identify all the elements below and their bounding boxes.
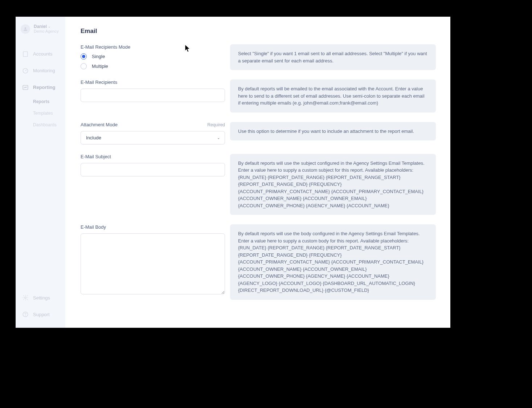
body-label: E-Mail Body (81, 224, 225, 230)
sidebar: Daniel ⌄ Demo Agency Accounts Monitoring (16, 17, 65, 328)
recipients-input[interactable] (81, 89, 225, 102)
required-tag: Required (207, 122, 225, 127)
sidebar-item-label: Reporting (33, 85, 55, 90)
gear-icon (22, 294, 29, 301)
sidebar-item-label: Settings (33, 295, 50, 301)
radio-icon (81, 53, 87, 60)
sidebar-item-monitoring[interactable]: Monitoring (16, 62, 65, 79)
chart-icon (22, 84, 29, 91)
subject-input[interactable] (81, 163, 225, 176)
main-content: Email E-Mail Recipients Mode Single Mult… (65, 17, 450, 328)
recipients-help: By default reports will be emailed to th… (230, 79, 436, 113)
avatar (21, 24, 30, 34)
radio-icon (81, 63, 87, 69)
radio-single[interactable]: Single (81, 53, 225, 60)
recipients-mode-label: E-Mail Recipients Mode (81, 44, 225, 50)
radio-label: Multiple (92, 64, 108, 69)
user-name: Daniel (34, 24, 47, 29)
sidebar-item-label: Support (33, 312, 50, 317)
user-menu[interactable]: Daniel ⌄ Demo Agency (16, 22, 65, 39)
recipients-label: E-Mail Recipients (81, 79, 225, 85)
body-input[interactable] (81, 233, 225, 294)
section-title: Email (81, 28, 436, 35)
attachment-mode-help: Use this option to determine if you want… (230, 122, 436, 141)
sidebar-item-settings[interactable]: Settings (16, 289, 65, 306)
user-agency: Demo Agency (34, 29, 58, 34)
sidebar-item-label: Monitoring (33, 68, 55, 73)
help-icon (22, 311, 29, 318)
radio-multiple[interactable]: Multiple (81, 63, 225, 69)
recipients-mode-help: Select "Single" if you want 1 email sent… (230, 44, 436, 70)
chevron-down-icon: ⌄ (48, 25, 51, 29)
subnav-item-templates[interactable]: Templates (33, 107, 65, 119)
body-help: By default reports will use the body con… (230, 224, 436, 300)
subject-label: E-Mail Subject (81, 154, 225, 159)
subnav-item-reports[interactable]: Reports (33, 96, 65, 107)
sidebar-item-reporting[interactable]: Reporting (16, 79, 65, 96)
sidebar-item-support[interactable]: Support (16, 306, 65, 323)
svg-rect-0 (23, 52, 28, 57)
attachment-mode-label: Attachment Mode (81, 122, 118, 127)
subject-help: By default reports will use the subject … (230, 154, 436, 215)
radio-label: Single (92, 54, 105, 59)
svg-point-9 (25, 315, 26, 316)
sidebar-item-accounts[interactable]: Accounts (16, 46, 65, 62)
recipients-mode-group: Single Multiple (81, 53, 225, 69)
building-icon (22, 51, 29, 57)
svg-point-7 (25, 297, 26, 299)
attachment-mode-select[interactable]: Include (81, 131, 225, 144)
subnav-item-dashboards[interactable]: Dashboards (33, 119, 65, 131)
sidebar-item-label: Accounts (33, 51, 52, 57)
gauge-icon (22, 68, 29, 74)
